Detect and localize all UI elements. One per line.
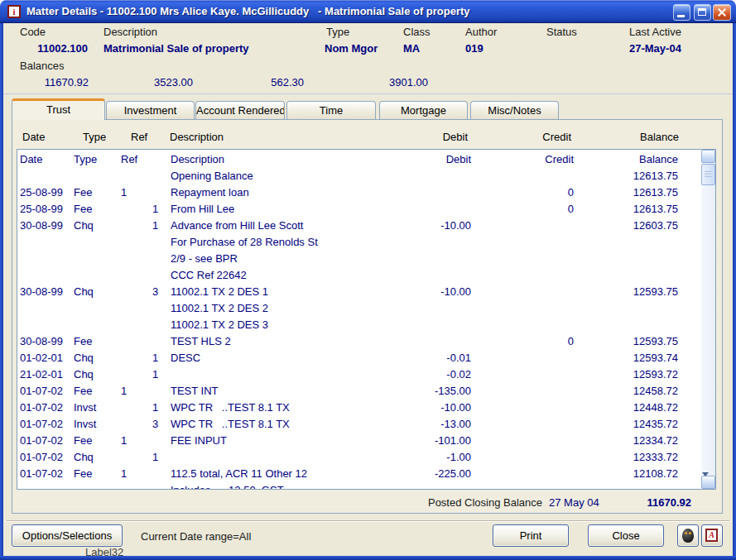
cell-description: WPC TR ..TEST 8.1 TX	[171, 416, 290, 433]
cell-description: 11002.1 TX 2 DES 3	[171, 317, 268, 333]
maximize-button[interactable]	[694, 4, 711, 21]
table-row[interactable]: 01-07-02Invst1WPC TR ..TEST 8.1 TX-10.00…	[17, 400, 715, 416]
scrollbar-track[interactable]	[701, 150, 715, 489]
cell-date: 21-02-01	[20, 366, 63, 383]
close-window-button[interactable]	[713, 4, 731, 21]
cell-balance: 12603.75	[589, 218, 678, 234]
cell-balance: 12108.72	[589, 466, 678, 482]
close-button[interactable]: Close	[588, 524, 664, 547]
cell-balance: 12593.75	[589, 284, 678, 300]
table-row[interactable]: 30-08-99Chq311002.1 TX 2 DES 1-10.001259…	[17, 284, 715, 300]
table-row[interactable]: 01-07-02Fee1FEE INPUT-101.0012334.72	[17, 433, 715, 449]
cell-description: Advance from Hill Lee Scott	[171, 218, 303, 234]
cell-description: TEST INT	[171, 383, 219, 400]
pdf-icon: A	[705, 529, 718, 542]
cell-type: Chq	[74, 350, 94, 366]
table-row[interactable]: CCC Ref 22642	[17, 267, 715, 284]
cell-debit: -10.00	[365, 218, 471, 234]
pdf-export-button[interactable]: A	[701, 524, 723, 547]
cell-description: For Purchase of 28 Renolds St	[171, 234, 318, 251]
type-label: Type	[326, 26, 349, 38]
tab-investment[interactable]: Investment	[106, 101, 195, 119]
cell-debit: -13.00	[365, 416, 471, 433]
code-label: Code	[20, 26, 46, 38]
table-row[interactable]: 30-08-99FeeTEST HLS 2012593.75	[17, 333, 715, 350]
scroll-thumb[interactable]	[701, 164, 715, 185]
cell-debit: -135.00	[365, 383, 471, 400]
column-header-type: Type	[83, 131, 106, 143]
table-row[interactable]: 21-02-01Chq1-0.0212593.72	[17, 366, 715, 383]
column-header-description: Description	[170, 131, 224, 143]
tab-trust[interactable]: Trust	[12, 98, 105, 120]
cell-credit: 0	[514, 184, 574, 201]
cell-ref: Ref	[121, 151, 137, 168]
table-row[interactable]: Includes 12.50 GST	[17, 482, 715, 490]
cell-balance: 12593.75	[589, 333, 678, 350]
last-active-value: 27-May-04	[629, 42, 681, 55]
cell-ref: 1	[152, 449, 158, 466]
date-range-status: Current Date range=All	[141, 530, 251, 543]
table-row[interactable]: 01-07-02Fee1TEST INT-135.0012458.72	[17, 383, 715, 400]
posted-closing-balance-date: 27 May 04	[549, 496, 599, 509]
cell-balance: 12334.72	[589, 433, 678, 449]
table-row[interactable]: 11002.1 TX 2 DES 3	[17, 317, 715, 333]
cell-debit: -10.00	[365, 400, 471, 416]
type-value: Nom Mgor	[325, 42, 378, 55]
app-icon[interactable]: i	[7, 5, 21, 18]
cell-balance: 12593.72	[589, 366, 678, 383]
tab-misc-notes[interactable]: Misc/Notes	[470, 101, 559, 119]
cell-balance: 12613.75	[589, 184, 678, 201]
window-border-bottom	[0, 556, 736, 560]
options-selections-button[interactable]: Options/Selections	[12, 524, 123, 547]
description-label: Description	[103, 26, 157, 38]
cell-type: Chq	[74, 218, 94, 234]
tab-mortgage[interactable]: Mortgage	[379, 101, 468, 119]
print-button[interactable]: Print	[493, 524, 569, 547]
cell-description: WPC TR ..TEST 8.1 TX	[171, 400, 290, 416]
class-label: Class	[403, 26, 431, 38]
cell-description: 2/9 - see BPR	[171, 251, 238, 267]
cell-debit: -0.01	[365, 350, 471, 366]
scroll-up-button[interactable]	[701, 150, 715, 163]
table-row[interactable]: 30-08-99Chq1Advance from Hill Lee Scott-…	[17, 218, 715, 234]
balances-label: Balances	[20, 60, 64, 72]
cell-ref: 1	[152, 400, 158, 416]
cell-type: Invst	[74, 400, 96, 416]
window-border-right	[733, 23, 736, 560]
table-row[interactable]: 01-02-01Chq1DESC-0.0112593.74	[17, 350, 715, 366]
mouse-icon	[682, 529, 694, 543]
cell-debit: -10.00	[365, 284, 471, 300]
scroll-down-button[interactable]	[701, 476, 715, 489]
mouse-tool-button[interactable]	[677, 524, 699, 547]
cell-balance: Balance	[589, 151, 678, 168]
cell-date: 01-07-02	[20, 433, 63, 449]
table-row[interactable]: 01-07-02Invst3WPC TR ..TEST 8.1 TX-13.00…	[17, 416, 715, 433]
cell-date: 01-07-02	[20, 466, 63, 482]
tab-time[interactable]: Time	[286, 101, 376, 119]
header-separator	[3, 93, 733, 94]
minimize-icon	[677, 15, 685, 17]
table-row[interactable]: 01-07-02Chq1-1.0012333.72	[17, 449, 715, 466]
table-row[interactable]: 25-08-99Fee1Repayment loan012613.75	[17, 184, 715, 201]
minimize-button[interactable]	[673, 4, 690, 21]
cell-date: 25-08-99	[20, 201, 63, 218]
cell-credit: Credit	[514, 151, 574, 168]
cell-debit: -0.02	[365, 366, 471, 383]
transaction-list[interactable]: Includes 12.50 GST01-07-02Fee1112.5 tota…	[17, 149, 716, 490]
titlebar[interactable]: i Matter Details - 11002.100 Mrs Alice K…	[0, 0, 736, 23]
table-row[interactable]: 01-07-02Fee1112.5 total, ACR 11 Other 12…	[17, 466, 715, 482]
table-row[interactable]: 25-08-99Fee1From Hill Lee012613.75	[17, 201, 715, 218]
cell-description: From Hill Lee	[171, 201, 234, 218]
cell-type: Fee	[74, 201, 92, 218]
list-header-row: DateTypeRefDescriptionDebitCreditBalance	[17, 151, 715, 168]
table-row[interactable]: For Purchase of 28 Renolds St	[17, 234, 715, 251]
tab-account-rendered[interactable]: Account Rendered	[195, 101, 285, 119]
cell-date: 01-07-02	[20, 400, 63, 416]
code-value: 11002.100	[15, 42, 88, 55]
table-row[interactable]: 11002.1 TX 2 DES 2	[17, 300, 715, 317]
last-active-label: Last Active	[629, 26, 681, 38]
table-row[interactable]: Opening Balance12613.75	[17, 168, 715, 184]
table-row[interactable]: 2/9 - see BPR	[17, 251, 715, 267]
posted-closing-balance-value: 11670.92	[609, 496, 691, 509]
cell-description: Description	[171, 151, 224, 168]
